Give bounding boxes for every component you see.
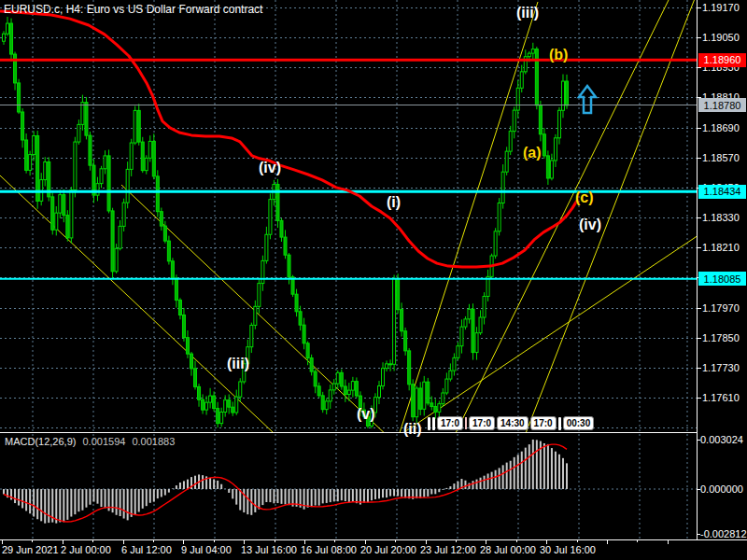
trendline-ascending-steep[interactable] (398, 2, 538, 432)
macd-bar (442, 489, 444, 490)
candle-body (355, 382, 358, 396)
candle-body (78, 124, 80, 142)
candle-body (55, 213, 58, 230)
macd-bar (326, 489, 328, 503)
macd-label: MACD(12,26,9) 0.001594 0.001883 (5, 436, 175, 447)
candle-body (434, 407, 437, 413)
candle-body (51, 197, 54, 230)
wave-label-ii[interactable]: (ii) (403, 421, 422, 438)
macd-bar (101, 489, 103, 507)
candle-body (250, 325, 253, 346)
macd-bar (120, 489, 121, 516)
candle-body (232, 407, 234, 413)
macd-bar (525, 448, 527, 489)
wave-label-b[interactable]: (b) (549, 47, 568, 63)
up-arrow-icon[interactable] (579, 86, 596, 113)
macd-bar (97, 489, 99, 504)
candle-body (141, 142, 144, 171)
timer-bar (432, 417, 435, 430)
wave-label-a[interactable]: (a) (523, 145, 542, 161)
price-badge-1.18085: 1.18085 (698, 272, 746, 286)
macd-bar (157, 489, 159, 498)
macd-bar (517, 455, 519, 489)
date-label: 13 Jul 16:00 (241, 544, 297, 555)
wave-label-iii[interactable]: (iii) (227, 356, 249, 372)
candle-body (531, 49, 534, 54)
macd-bar (484, 476, 486, 489)
macd-bar (311, 489, 313, 507)
panel-separator[interactable] (0, 432, 697, 433)
candle-body (295, 294, 298, 312)
candle-body (152, 141, 155, 175)
wave-label-iv[interactable]: (iv) (259, 160, 281, 176)
candle-body (501, 172, 504, 203)
price-tick-label: 1.18690 (702, 122, 740, 133)
wave-label-iv[interactable]: (iv) (579, 217, 601, 233)
candle-body (401, 310, 403, 331)
candle-body (119, 226, 121, 248)
macd-bar (261, 489, 263, 505)
price-tick-label: 1.17610 (702, 392, 740, 403)
macd-bar (280, 489, 282, 504)
macd-bar (228, 489, 230, 493)
macd-bar (161, 489, 162, 497)
macd-bar (449, 486, 451, 489)
wave-label-iii[interactable]: (iii) (516, 5, 539, 21)
wave-label-i[interactable]: (i) (387, 194, 401, 211)
price-tick-label: 1.17970 (702, 302, 740, 314)
candle-body (310, 358, 313, 372)
macd-bar (487, 473, 489, 489)
macd-bar (566, 463, 568, 489)
trendline-descending-1[interactable] (0, 175, 273, 432)
candle-body (265, 234, 268, 260)
macd-bar (536, 440, 538, 489)
wave-label-v[interactable]: (v) (357, 406, 375, 423)
macd-bar (547, 444, 549, 489)
macd-bar (217, 481, 218, 489)
candle-body (317, 386, 320, 396)
candle-body (217, 409, 219, 424)
candle-body (276, 185, 279, 221)
macd-indicator-panel[interactable] (0, 434, 697, 539)
macd-histogram (3, 440, 568, 524)
candle-body (509, 132, 512, 152)
candle-body (7, 23, 9, 34)
candle-body (107, 156, 110, 211)
timer-badge: 14:30 (497, 416, 529, 430)
price-tick-label: 1.19050 (702, 32, 740, 43)
candle-body (416, 388, 418, 417)
trendline-ascending-right[interactable] (523, 0, 696, 432)
candle-body (505, 151, 508, 172)
candle-body (145, 158, 148, 170)
date-label: 23 Jul 12:00 (420, 544, 476, 555)
macd-bar (134, 489, 136, 514)
candle-body (336, 372, 339, 384)
candle-body (66, 216, 69, 238)
macd-bar (63, 489, 64, 522)
candle-body (14, 54, 17, 83)
macd-bar (367, 489, 369, 502)
macd-bar (393, 489, 395, 497)
macd-bar (78, 489, 79, 511)
candle-body (33, 135, 35, 154)
wave-label-c[interactable]: (c) (575, 189, 594, 206)
macd-bar (337, 489, 339, 501)
timer-bar (428, 417, 430, 430)
macd-bar (202, 475, 204, 489)
candle-body (198, 386, 201, 399)
macd-bar (172, 488, 174, 489)
candle-body (539, 105, 542, 134)
macd-bar (401, 489, 402, 497)
macd-bar (285, 489, 287, 504)
date-label: 28 Jul 00:00 (480, 544, 536, 555)
candle-body (516, 88, 519, 110)
trendline-ascending-mid[interactable] (453, 0, 669, 432)
candle-body (137, 110, 140, 142)
candle-body (378, 385, 381, 397)
macd-bar (382, 489, 384, 497)
candle-body (25, 140, 28, 170)
candle-body (89, 135, 92, 165)
date-label: 30 Jul 16:00 (540, 544, 596, 555)
macd-tick-label: 0.003024 (700, 434, 743, 445)
macd-bar (430, 489, 432, 494)
